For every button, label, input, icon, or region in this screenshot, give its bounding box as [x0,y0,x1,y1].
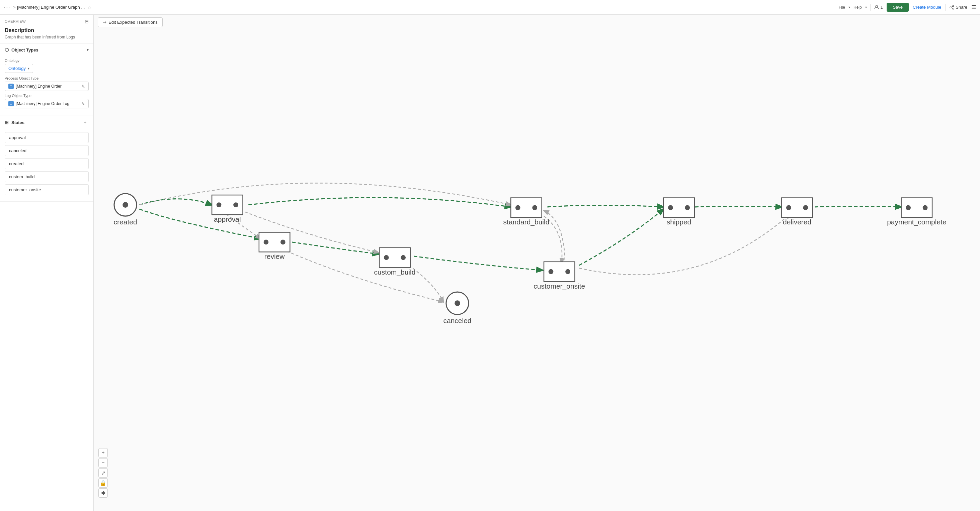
object-types-header-left: ⬡ Object Types [5,47,38,52]
menu-dots-button[interactable]: ··· [4,4,10,10]
help-menu-arrow: ▾ [865,5,867,9]
node-created[interactable]: created [114,194,137,226]
zoom-out-button[interactable]: − [99,458,108,468]
fit-button[interactable]: ⤢ [99,468,108,478]
edit-transitions-icon: ⇒ [103,20,107,25]
share-label: Share [956,5,967,10]
process-object-type-icon: ⬡ [8,84,14,89]
svg-point-27 [786,205,791,210]
log-object-type-edit-button[interactable]: ✎ [81,102,85,106]
states-label: States [11,120,24,125]
svg-point-30 [906,205,911,210]
node-custombuild-label: custom_build [374,268,416,276]
node-canceled[interactable]: canceled [443,292,471,324]
topbar-right: File ▾ Help ▾ 1 Save Create Module [839,3,976,12]
node-standardbuild-label: standard_build [503,218,550,226]
favorite-star-icon[interactable]: ☆ [88,5,92,10]
zoom-controls: + − ⤢ 🔒 ✱ [99,448,108,498]
users-count: 1 [874,5,883,10]
add-state-button[interactable]: + [81,119,89,126]
log-object-type-icon: ⬡ [8,101,14,106]
node-review[interactable]: review [259,232,290,260]
edit-transitions-button[interactable]: ⇒ Edit Expected Transitions [98,17,163,27]
edge-customeronsite-shipped [579,209,663,265]
svg-point-1 [953,5,954,7]
node-shipped[interactable]: shipped [663,198,694,226]
overview-icon[interactable]: ⊟ [85,19,89,24]
svg-point-10 [233,202,238,207]
node-paymentcomplete-label: payment_complete [887,218,946,226]
svg-point-15 [384,255,389,260]
object-types-icon: ⬡ [5,47,9,52]
help-menu[interactable]: Help [853,5,862,10]
users-count-label: 1 [881,5,883,10]
process-object-type-edit-button[interactable]: ✎ [81,84,85,89]
states-icon: ⊞ [5,120,9,125]
save-button[interactable]: Save [887,3,909,12]
file-menu[interactable]: File [839,5,845,10]
topbar: ··· > [Machinery] Engine Order Graph ...… [0,0,980,15]
node-canceled-label: canceled [443,317,471,324]
canvas[interactable]: ⇒ Edit Expected Transitions [94,15,980,511]
ontology-dropdown[interactable]: Ontology ▾ [5,64,33,73]
sidebar: OVERVIEW ⊟ Description Graph that has be… [0,15,94,511]
object-types-label: Object Types [11,48,38,52]
process-object-type-label: Process Object Type [5,76,89,80]
overview-label: OVERVIEW ⊟ [5,19,89,24]
breadcrumb: > [Machinery] Engine Order Graph ... [13,5,85,10]
svg-point-0 [876,5,878,7]
file-menu-arrow: ▾ [848,5,850,9]
node-customeronsite-label: customer_onsite [533,282,585,290]
main-layout: OVERVIEW ⊟ Description Graph that has be… [0,15,980,511]
edge-standardbuild-shipped [547,205,664,207]
layout-settings-button[interactable]: ✱ [99,488,108,498]
log-object-type-label: Log Object Type [5,94,89,98]
zoom-in-button[interactable]: + [99,448,108,457]
edge-review-custombuild [292,242,379,254]
share-button[interactable]: Share [950,5,967,10]
state-item-custom-build[interactable]: custom_build [5,171,89,182]
state-item-created[interactable]: created [5,158,89,169]
create-module-button[interactable]: Create Module [913,5,941,10]
node-review-label: review [264,252,285,260]
users-icon [874,5,879,10]
states-section: ⊞ States + approval canceled created cus… [0,115,93,202]
breadcrumb-title: [Machinery] Engine Order Graph ... [17,5,85,10]
share-icon [950,5,954,10]
node-standard-build[interactable]: standard_build [503,198,550,226]
svg-point-31 [923,205,928,210]
node-custom-build[interactable]: custom_build [374,248,416,276]
lock-button[interactable]: 🔒 [99,478,108,487]
svg-point-28 [803,205,808,210]
node-created-label: created [114,218,137,226]
state-item-customer-onsite[interactable]: customer_onsite [5,184,89,195]
log-object-type-name: [Machinery] Engine Order Log [16,102,80,106]
topbar-left: ··· > [Machinery] Engine Order Graph ...… [4,4,92,10]
edit-transitions-label: Edit Expected Transitions [108,20,158,25]
svg-line-5 [951,8,953,8]
states-header[interactable]: ⊞ States + [0,115,93,129]
node-approval-label: approval [214,215,241,223]
node-payment-complete[interactable]: payment_complete [887,198,946,226]
menu-button[interactable]: ☰ [971,4,976,10]
node-delivered[interactable]: delivered [781,198,812,226]
object-types-section: ⬡ Object Types ▾ Ontology Ontology ▾ Pro… [0,44,93,115]
object-types-header[interactable]: ⬡ Object Types ▾ [0,44,93,56]
node-approval[interactable]: approval [212,195,243,223]
ontology-value: Ontology [8,66,26,71]
ontology-arrow: ▾ [28,67,29,70]
topbar-menus: File ▾ Help ▾ 1 [839,4,883,11]
edge-created-standardbuild [140,183,511,205]
svg-point-24 [668,205,673,210]
node-customer-onsite[interactable]: customer_onsite [533,262,585,290]
edge-approval-standardbuild [248,198,511,207]
state-item-canceled[interactable]: canceled [5,145,89,156]
node-delivered-label: delivered [783,218,811,226]
edge-shipped-delivered [695,206,781,207]
graph-canvas[interactable]: created approval review custo [94,29,980,511]
states-body: approval canceled created custom_build c… [0,129,93,202]
divider [870,4,870,11]
svg-point-25 [685,205,690,210]
overview-text: OVERVIEW [5,19,26,24]
state-item-approval[interactable]: approval [5,132,89,143]
